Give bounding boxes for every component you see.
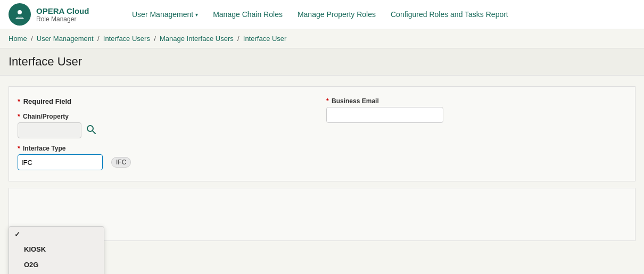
breadcrumb-interface-users[interactable]: Interface Users	[103, 35, 150, 43]
required-note: * Required Field	[18, 97, 626, 105]
dropdown-arrow-icon: ▾	[195, 12, 198, 18]
chain-property-input[interactable]	[18, 122, 81, 138]
header: OPERA Cloud Role Manager User Management…	[0, 0, 644, 29]
logo-icon	[9, 3, 31, 26]
dropdown-item-o2g[interactable]: O2G	[9, 257, 104, 272]
dropdown-item-kiosk[interactable]: KIOSK	[9, 242, 104, 257]
svg-line-2	[93, 131, 95, 134]
nav-manage-chain-roles[interactable]: Manage Chain Roles	[213, 10, 283, 19]
business-email-label: * Business Email	[326, 97, 443, 105]
interface-type-dropdown: KIOSK O2G CHANNEL OXI IFC OFIS DISTRIBUT…	[9, 226, 104, 274]
search-button[interactable]	[85, 124, 97, 137]
interface-type-field: * Interface Type IFC	[18, 145, 626, 170]
breadcrumb-manage-interface-users[interactable]: Manage Interface Users	[160, 35, 234, 43]
chain-property-row	[18, 122, 626, 138]
breadcrumb-user-management[interactable]: User Management	[37, 35, 94, 43]
page-title-bar: Interface User	[0, 48, 644, 76]
nav-manage-property-roles[interactable]: Manage Property Roles	[298, 10, 376, 19]
interface-type-row: IFC	[18, 154, 626, 170]
svg-point-0	[18, 10, 22, 14]
app-title: OPERA Cloud	[36, 6, 89, 15]
nav-links: User Management ▾ Manage Chain Roles Man…	[132, 10, 635, 19]
chain-property-label: * Chain/Property	[18, 113, 626, 120]
required-star: *	[18, 97, 20, 105]
form-section-main: * Required Field * Chain/Property	[9, 86, 635, 181]
business-email-input[interactable]	[326, 107, 443, 123]
breadcrumb: Home / User Management / Interface Users…	[0, 29, 644, 48]
interface-type-label: * Interface Type	[18, 145, 626, 152]
logo-text: OPERA Cloud Role Manager	[36, 6, 89, 23]
page-title: Interface User	[9, 55, 635, 69]
dropdown-item-blank[interactable]	[9, 227, 104, 242]
app-subtitle: Role Manager	[36, 15, 89, 23]
breadcrumb-home[interactable]: Home	[9, 35, 27, 43]
content-area: * Required Field * Chain/Property	[0, 76, 644, 252]
nav-user-management[interactable]: User Management ▾	[132, 10, 198, 19]
ifc-badge: IFC	[111, 157, 131, 168]
interface-type-input[interactable]	[18, 154, 103, 170]
chain-property-field: * Chain/Property	[18, 113, 626, 138]
logo-area: OPERA Cloud Role Manager	[9, 3, 115, 26]
breadcrumb-interface-user[interactable]: Interface User	[243, 35, 287, 43]
nav-configured-roles-report[interactable]: Configured Roles and Tasks Report	[391, 10, 508, 19]
business-email-field: * Business Email	[326, 97, 443, 123]
